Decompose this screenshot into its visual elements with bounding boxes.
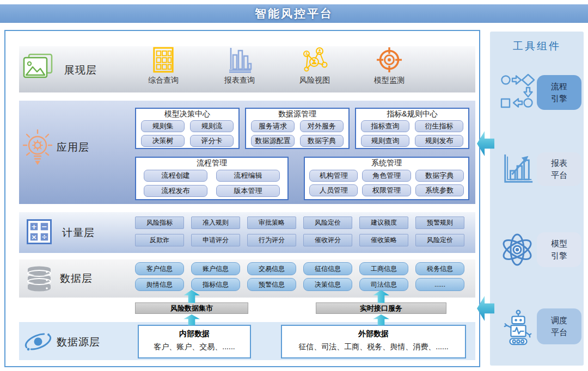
target-icon: [376, 47, 402, 73]
flowchart-icon: [500, 73, 536, 109]
app-module-chip: 数据字典: [415, 170, 464, 182]
app-module-chip: 衍生指标: [415, 120, 463, 132]
svg-text:×: ×: [31, 233, 37, 241]
data-chip: 征信信息: [303, 262, 352, 275]
grid-icon: [152, 47, 175, 73]
measure-chip: 风险指标: [135, 217, 184, 229]
bus-risk-data-mart: 风险数据集市: [135, 302, 248, 314]
data-chip: ......: [415, 278, 464, 291]
app-module-chip: 权限管理: [362, 184, 411, 196]
data-chip: 指标信息: [191, 278, 240, 291]
bulb-gear-icon: [22, 129, 53, 168]
layer-label: 计量层: [62, 226, 95, 240]
layer-label: 应用层: [57, 140, 89, 154]
measure-chip: 预警规则: [415, 217, 464, 229]
app-module-chip: 规则查询: [361, 135, 409, 147]
barchart-icon: [227, 47, 252, 73]
calculator-icon: +− ×÷: [26, 219, 52, 245]
layer-label: 数据层: [60, 271, 93, 286]
group-title: 数据源管理: [246, 109, 348, 119]
bus-realtime-api-service: 实时接口服务: [316, 302, 446, 314]
app-module-chip: 角色管理: [362, 170, 411, 182]
app-group-model-decision: 模型决策中心 规则集 规则流 决策树 评分卡: [135, 108, 240, 149]
app-module-chip: 规则发布: [415, 135, 463, 147]
data-chip: 账户信息: [191, 262, 240, 275]
svg-text:÷: ÷: [41, 233, 47, 241]
app-module-chip: 数据字典: [300, 135, 344, 147]
external-data-desc: 征信、司法、工商、税务、舆情、消费、......: [282, 342, 465, 352]
presentation-item-label: 风险视图: [299, 76, 330, 85]
app-group-indicator-rule-center: 指标&规则中心 指标查询 衍生指标 规则查询 规则发布: [355, 108, 469, 149]
data-chip: 客户信息: [135, 262, 184, 275]
external-data-title: 外部数据: [282, 329, 465, 339]
measure-chip: 准入规则: [191, 217, 240, 229]
report-chart-icon: [501, 152, 535, 186]
sidebar-item-process-engine: 流程引擎: [537, 75, 581, 110]
robot-icon: [501, 309, 535, 347]
data-chip: 交易信息: [247, 262, 296, 275]
app-module-chip: 流程编辑: [216, 170, 280, 182]
data-chip: 工商信息: [359, 262, 408, 275]
measure-chip: 审批策略: [247, 217, 296, 229]
app-module-chip: 对外服务: [300, 120, 344, 132]
presentation-item: 综合查询: [131, 47, 196, 84]
app-module-chip: 指标查询: [361, 120, 409, 132]
presentation-item-label: 模型监测: [374, 76, 405, 85]
sidebar-item-report-platform: 报表平台: [537, 152, 581, 186]
measure-chip: 风险定价: [415, 234, 464, 246]
app-module-chip: 评分卡: [190, 135, 234, 147]
app-module-chip: 流程创建: [144, 170, 207, 182]
group-title: 模型决策中心: [136, 109, 238, 119]
page-title: 智能风控平台: [0, 4, 588, 23]
app-module-chip: 系统参数: [415, 184, 464, 196]
app-group-process-mgmt: 流程管理 流程创建 流程编辑 流程发布 版本管理: [135, 157, 289, 200]
group-title: 系统管理: [305, 158, 468, 168]
app-module-chip: 规则集: [141, 120, 185, 132]
data-chip: 预警信息: [247, 278, 296, 291]
measure-chip: 风险定价: [303, 217, 352, 229]
atom-icon: [500, 232, 535, 268]
sidebar-tools: 工具组件 流程引擎 报表平台: [490, 32, 584, 366]
internal-data-box: 内部数据 客户、账户、交易、......: [138, 325, 251, 358]
app-module-chip: 版本管理: [216, 185, 280, 197]
network-icon: [301, 47, 328, 73]
svg-text:+: +: [31, 222, 37, 231]
app-module-chip: 人员管理: [309, 184, 358, 196]
app-group-datasource-mgmt: 数据源管理 服务请求 对外服务 数据源配置 数据字典: [245, 108, 350, 149]
data-chip: 税务信息: [415, 262, 464, 275]
app-module-chip: 流程发布: [144, 185, 207, 197]
galaxy-icon: [23, 329, 53, 355]
measure-chip: 申请评分: [191, 234, 240, 246]
group-title: 流程管理: [136, 158, 287, 168]
sidebar-item-model-engine: 模型引擎: [537, 232, 581, 267]
photos-icon: [22, 53, 53, 80]
presentation-item: 模型监测: [357, 47, 422, 84]
app-module-chip: 数据源配置: [251, 135, 295, 147]
external-data-box: 外部数据 征信、司法、工商、税务、舆情、消费、......: [281, 325, 466, 358]
measure-chip: 反欺诈: [135, 234, 184, 246]
app-module-chip: 机构管理: [309, 170, 358, 182]
layer-label: 数据源层: [57, 335, 100, 349]
internal-data-title: 内部数据: [139, 329, 250, 339]
database-icon: [25, 265, 53, 292]
presentation-item-label: 综合查询: [148, 76, 179, 85]
presentation-item-label: 报表查询: [224, 76, 255, 85]
presentation-item: 风险视图: [282, 47, 347, 84]
presentation-item: 报表查询: [207, 47, 272, 84]
app-group-system-mgmt: 系统管理 机构管理 角色管理 数据字典 人员管理 权限管理 系统参数: [304, 157, 469, 200]
data-chip: 舆情信息: [135, 278, 184, 291]
data-chip: 司法信息: [359, 278, 408, 291]
risk-platform-diagram: 智能风控平台 展现层 应用层: [0, 0, 588, 371]
internal-data-desc: 客户、账户、交易、......: [139, 342, 250, 352]
group-title: 指标&规则中心: [356, 109, 468, 119]
app-module-chip: 服务请求: [251, 120, 295, 132]
sidebar-title: 工具组件: [490, 39, 584, 53]
sidebar-item-scheduler-platform: 调度平台: [537, 308, 581, 344]
data-chip: 决策信息: [303, 278, 352, 291]
measure-chip: 催收评分: [303, 234, 352, 246]
app-module-chip: 决策树: [141, 135, 185, 147]
layer-label: 展现层: [64, 63, 97, 77]
measure-chip: 建议额度: [359, 217, 408, 229]
measure-chip: 行为评分: [247, 234, 296, 246]
app-module-chip: 规则流: [190, 120, 234, 132]
